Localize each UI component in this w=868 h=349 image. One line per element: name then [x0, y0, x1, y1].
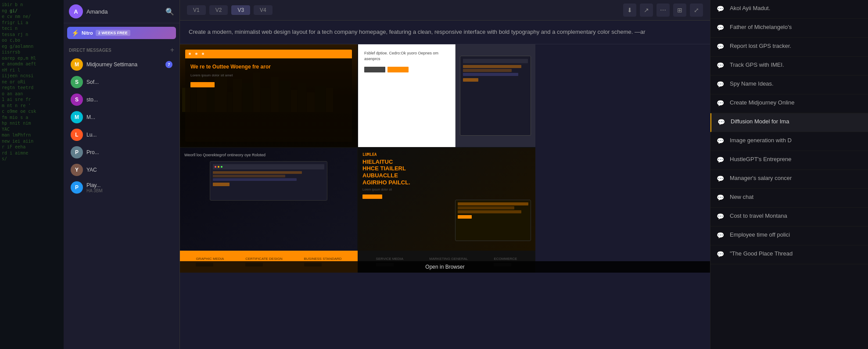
header-actions: ⬇ ↗ ⋯ ⊞ ⤢ [623, 4, 703, 17]
image-grid: We re te Outtee Woenge fre aror Lorem ip… [180, 44, 535, 251]
download-button[interactable]: ⬇ [623, 4, 636, 17]
grid-cell-4[interactable]: LUMLEA HIELAITUCHHCE TIAILERLAUBUACLLEAG… [358, 148, 535, 251]
tab-v4[interactable]: V4 [254, 5, 273, 15]
chat-name: YAC [86, 167, 172, 173]
sidebar-chat-text: Track GPS with IMEI. [730, 61, 862, 69]
chat-icon: 💬 [717, 175, 725, 184]
right-sidebar: 💬 Akol Ayii Madut. 💬 Father of Michelang… [710, 0, 868, 349]
footer-label-cert: CERTIFICATE DESIGN [245, 257, 283, 261]
sidebar-chat-item[interactable]: 💬 Report lost GPS tracker. [710, 38, 868, 57]
grid-cell-3[interactable]: Weorll loo Qoerektegrof ontineory oye Ro… [180, 148, 357, 251]
nitro-text: Nitro [82, 30, 93, 36]
footer-label-ecom: ECOMMERCE [494, 257, 517, 261]
chat-icon: 💬 [717, 5, 725, 14]
right-sidebar-list: 💬 Akol Ayii Madut. 💬 Father of Michelang… [710, 0, 868, 264]
chat-icon: 💬 [717, 156, 725, 165]
chat-avatar: S [71, 94, 83, 106]
chat-avatar: S [71, 76, 83, 88]
chat-item-midjourney[interactable]: M Midjourney Settimana 7 [65, 56, 178, 73]
chat-icon: 💬 [717, 62, 725, 71]
middle-panel: A Amanda 🔍 ⚡ Nitro 2 WEEKS FREE DIRECT M… [64, 0, 180, 349]
main-area: V1 V2 V3 V4 ⬇ ↗ ⋯ ⊞ ⤢ Create a modern, m… [180, 0, 710, 349]
sidebar-chat-item[interactable]: 💬 New chat [710, 189, 868, 208]
sidebar-chat-item[interactable]: 💬 Manager's salary concer [710, 170, 868, 189]
footer-label-marketing: MARKETING GENERAL [429, 257, 468, 261]
sidebar-chat-item[interactable]: 💬 Employee time off polici [710, 227, 868, 245]
chat-name: Midjourney Settimana [86, 61, 162, 68]
sidebar-chat-text: New chat [730, 193, 862, 201]
nitro-banner[interactable]: ⚡ Nitro 2 WEEKS FREE [67, 27, 176, 39]
cell1-title: We re te Outtee Woenge fre aror [190, 64, 347, 70]
chat-name: sto... [86, 97, 172, 103]
add-dm-icon[interactable]: + [170, 46, 174, 54]
sidebar-chat-item[interactable]: 💬 Cost to travel Montana [710, 208, 868, 227]
sidebar-chat-text: Spy Name Ideas. [730, 80, 862, 88]
open-in-browser-button[interactable]: Open in Browser [180, 261, 710, 273]
sidebar-chat-item[interactable]: 💬 HustleGPT's Entreprene [710, 151, 868, 170]
more-button[interactable]: ⋯ [656, 4, 670, 17]
expand-button[interactable]: ⤢ [690, 4, 703, 17]
prompt-text: Create a modern, minimalist web design l… [180, 21, 710, 44]
sidebar-chat-text: HustleGPT's Entreprene [730, 155, 862, 163]
chat-item-pro[interactable]: P Pro... [65, 144, 178, 161]
footer-label-service: SERVICE MEDIA [376, 257, 404, 261]
chat-icon: 💬 [717, 194, 725, 203]
chat-icon: 💬 [717, 213, 725, 222]
footer-label-business: BUSINESS STANDARD [304, 257, 342, 261]
chat-avatar: P [71, 146, 83, 158]
version-tabs: V1 V2 V3 V4 [187, 5, 273, 15]
sidebar-chat-text: Create Midjourney Online [730, 99, 862, 107]
sidebar-chat-item[interactable]: 💬 Create Midjourney Online [710, 94, 868, 113]
chat-item-sof[interactable]: S Sof... [65, 73, 178, 91]
sidebar-chat-text: Employee time off polici [730, 231, 862, 239]
chat-item-yac[interactable]: Y YAC [65, 161, 178, 179]
sidebar-chat-text: Report lost GPS tracker. [730, 42, 862, 50]
tab-v2[interactable]: V2 [209, 5, 228, 15]
main-header: V1 V2 V3 V4 ⬇ ↗ ⋯ ⊞ ⤢ [180, 0, 710, 21]
sidebar-chat-item[interactable]: 💬 Spy Name Ideas. [710, 76, 868, 94]
chat-icon: 💬 [717, 137, 725, 146]
chat-item-m[interactable]: M M... [65, 108, 178, 126]
chat-icon: 💬 [717, 24, 725, 33]
middle-header: A Amanda 🔍 [64, 0, 179, 23]
direct-messages-label: DIRECT MESSAGES [69, 48, 111, 53]
search-icon[interactable]: 🔍 [165, 7, 174, 16]
sidebar-chat-item[interactable]: 💬 Diffusion Model for Ima [710, 113, 868, 132]
tab-v1[interactable]: V1 [187, 5, 206, 15]
chat-name: M... [86, 114, 172, 120]
chat-item-lu[interactable]: L Lu... [65, 126, 178, 144]
sidebar-chat-item[interactable]: 💬 Image generation with D [710, 132, 868, 151]
chat-item-play[interactable]: P Play... HA 3BM [65, 179, 178, 196]
unread-badge: 7 [165, 61, 172, 68]
grid-cell-2[interactable]: Fsblef dptioe. Cedro:Ok yuoro Oepnes om … [358, 44, 535, 147]
sidebar-chat-text: Cost to travel Montana [730, 212, 862, 220]
chat-item-sto[interactable]: S sto... [65, 91, 178, 108]
chat-name: Play... [86, 182, 172, 188]
grid-button[interactable]: ⊞ [673, 4, 686, 17]
chat-name: Pro... [86, 149, 172, 155]
chat-avatar: L [71, 129, 83, 141]
share-button[interactable]: ↗ [640, 4, 653, 17]
chat-list: M Midjourney Settimana 7 S Sof... S sto.… [64, 56, 179, 348]
chat-icon: 💬 [717, 100, 725, 108]
cell4-title: HIELAITUCHHCE TIAILERLAUBUACLLEAGIRIHO P… [362, 158, 531, 186]
sidebar-chat-item[interactable]: 💬 Akol Ayii Madut. [710, 0, 868, 19]
sidebar-chat-item[interactable]: 💬 Track GPS with IMEI. [710, 57, 868, 76]
nitro-badge: 2 WEEKS FREE [96, 30, 130, 36]
sidebar-chat-text: Akol Ayii Madut. [730, 4, 862, 12]
chat-name: Lu... [86, 132, 172, 138]
chat-icon: 💬 [717, 251, 725, 259]
header-username: Amanda [86, 8, 162, 15]
cell2-title: Fsblef dptioe. Cedro:Ok yuoro Oepnes om … [364, 50, 449, 62]
grid-cell-1[interactable]: We re te Outtee Woenge fre aror Lorem ip… [180, 44, 357, 147]
sidebar-chat-item[interactable]: 💬 "The Good Place Thread [710, 245, 868, 264]
chat-icon: 💬 [717, 81, 725, 90]
chat-name: Sof... [86, 79, 172, 85]
chat-avatar: P [71, 181, 83, 194]
chat-icon: 💬 [717, 43, 725, 52]
sidebar-chat-item[interactable]: 💬 Father of Michelangelo's [710, 19, 868, 38]
chat-avatar: M [71, 111, 83, 123]
sidebar-chat-text: Diffusion Model for Ima [731, 118, 862, 126]
tab-v3[interactable]: V3 [231, 5, 250, 15]
terminal-panel: ibir b n ng gi/ e cv nm ne/ frigr Li a t… [0, 0, 64, 349]
